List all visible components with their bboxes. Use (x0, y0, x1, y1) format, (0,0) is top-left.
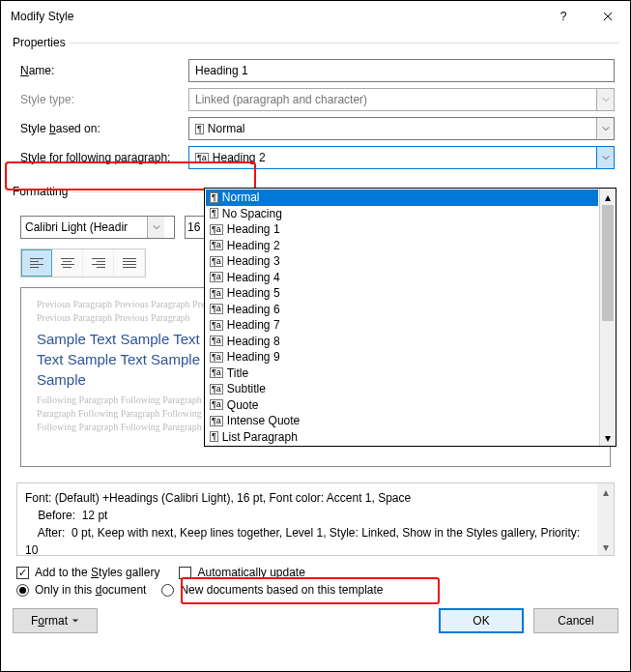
only-this-doc-radio[interactable]: Only in this document (16, 583, 146, 597)
dropdown-item[interactable]: List Paragraph (206, 429, 598, 446)
dropdown-item[interactable]: Heading 2 (206, 238, 598, 254)
dropdown-item[interactable]: Intense Quote (206, 413, 598, 429)
scroll-up-icon[interactable]: ▴ (600, 189, 616, 205)
dropdown-item[interactable]: Heading 5 (206, 285, 598, 302)
description-box: Font: (Default) +Headings (Calibri Light… (16, 482, 615, 556)
auto-update-checkbox[interactable]: Automatically update (179, 566, 304, 579)
dropdown-item[interactable]: Heading 4 (206, 270, 598, 286)
paragraph-icon (210, 272, 223, 282)
paragraph-icon (195, 124, 204, 134)
align-center-button[interactable] (52, 249, 83, 277)
dropdown-item[interactable]: Heading 7 (206, 317, 598, 334)
dropdown-item-label: Title (227, 366, 248, 380)
dropdown-item[interactable]: No Spacing (206, 206, 598, 222)
dropdown-item-label: Intense Quote (227, 414, 300, 427)
help-button[interactable]: ? (541, 1, 586, 32)
chevron-down-icon[interactable] (596, 147, 614, 168)
paragraph-icon (210, 416, 223, 426)
desc-scrollbar[interactable]: ▴ ▾ (597, 483, 614, 555)
dropdown-item-label: Heading 9 (227, 350, 280, 364)
paragraph-icon (210, 240, 223, 250)
dropdown-item-label: Heading 2 (227, 239, 280, 252)
scroll-thumb[interactable] (602, 205, 614, 321)
ok-button[interactable]: OK (439, 608, 524, 633)
paragraph-icon (210, 224, 223, 235)
dropdown-item-label: List Paragraph (222, 430, 298, 444)
dropdown-item[interactable]: Heading 9 (206, 349, 598, 365)
dropdown-item[interactable]: Heading 3 (206, 253, 598, 270)
align-toolbar (20, 248, 146, 278)
desc-line: Before: 12 pt (25, 507, 593, 524)
cancel-button[interactable]: Cancel (533, 608, 618, 633)
dropdown-item-label: Heading 1 (227, 222, 280, 236)
paragraph-icon (210, 192, 218, 203)
font-input[interactable] (21, 217, 147, 238)
chevron-down-icon (72, 617, 79, 625)
paragraph-icon (210, 367, 223, 378)
dropdown-item-label: Heading 5 (227, 286, 280, 300)
align-right-button[interactable] (83, 249, 114, 277)
dropdown-item-label: Heading 6 (227, 303, 280, 316)
dropdown-scrollbar[interactable]: ▴ ▾ (599, 189, 616, 446)
dropdown-item-label: Quote (227, 398, 259, 412)
size-input[interactable] (186, 217, 205, 238)
paragraph-icon (210, 384, 223, 394)
align-justify-button[interactable] (114, 249, 145, 277)
following-combo[interactable]: Heading 2 (188, 146, 615, 169)
paragraph-icon (210, 320, 223, 331)
chevron-down-icon[interactable] (596, 118, 614, 139)
dropdown-item[interactable]: Subtitle (206, 381, 598, 397)
dropdown-item-label: No Spacing (222, 207, 282, 220)
paragraph-icon (210, 431, 218, 442)
close-icon (603, 12, 613, 21)
properties-legend: Properties (13, 36, 70, 49)
formatting-legend: Formatting (13, 185, 72, 198)
close-button[interactable] (586, 1, 630, 32)
chevron-down-icon (596, 89, 614, 110)
paragraph-icon (210, 336, 223, 346)
paragraph-icon (210, 256, 223, 267)
scroll-up-icon[interactable]: ▴ (597, 483, 614, 500)
font-combo[interactable] (20, 216, 175, 239)
styletype-label: Style type: (16, 93, 188, 106)
paragraph-icon (210, 352, 223, 363)
new-docs-template-radio[interactable]: New documents based on this template (161, 583, 383, 597)
name-label: NName:ame: (16, 64, 188, 77)
paragraph-icon (210, 208, 218, 219)
format-button[interactable]: Format (13, 608, 98, 633)
dropdown-item[interactable]: Title (206, 365, 598, 382)
basedon-label: Style based on: (16, 122, 188, 135)
desc-line: After: 0 pt, Keep with next, Keep lines … (25, 524, 593, 559)
dropdown-item[interactable]: Heading 1 (206, 221, 598, 238)
following-dropdown[interactable]: NormalNo SpacingHeading 1Heading 2Headin… (204, 188, 617, 447)
scroll-down-icon[interactable]: ▾ (597, 539, 614, 555)
titlebar: Modify Style ? (1, 1, 630, 32)
align-left-button[interactable] (21, 249, 52, 277)
dropdown-item[interactable]: Heading 6 (206, 302, 598, 318)
dropdown-item-label: Heading 3 (227, 254, 280, 268)
dropdown-item-label: Normal (222, 190, 260, 204)
styles-gallery-checkbox[interactable]: ✓ Add to the Styles gallery (16, 566, 159, 579)
dropdown-item[interactable]: Normal (206, 190, 598, 206)
dropdown-item-label: Heading 4 (227, 271, 280, 284)
paragraph-icon (195, 153, 209, 163)
paragraph-icon (210, 304, 223, 314)
desc-line: Font: (Default) +Headings (Calibri Light… (25, 489, 593, 507)
dropdown-item[interactable]: Quote (206, 397, 598, 414)
basedon-combo[interactable]: Normal (188, 117, 615, 140)
styletype-combo: Linked (paragraph and character) (188, 88, 615, 111)
following-label: Style for following paragraph: (16, 151, 188, 164)
dropdown-item-label: Heading 8 (227, 335, 280, 348)
dropdown-item-label: Subtitle (227, 382, 266, 395)
properties-group: Properties NName:ame: Style type: Linked… (13, 36, 618, 179)
paragraph-icon (210, 288, 223, 299)
dropdown-item-label: Heading 7 (227, 318, 280, 332)
paragraph-icon (210, 399, 223, 410)
name-input[interactable] (188, 59, 615, 82)
dropdown-item[interactable]: Heading 8 (206, 334, 598, 350)
chevron-down-icon[interactable] (147, 217, 164, 238)
scroll-down-icon[interactable]: ▾ (600, 429, 616, 446)
window-title: Modify Style (11, 10, 541, 23)
